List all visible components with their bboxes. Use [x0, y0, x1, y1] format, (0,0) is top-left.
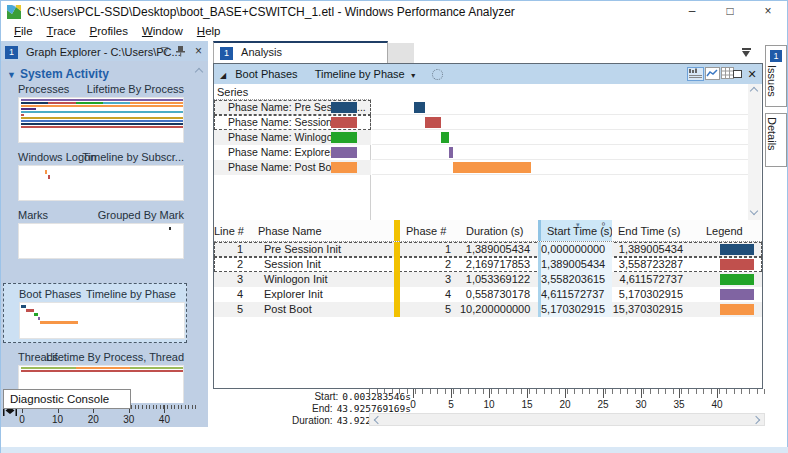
chevron-down-icon: ▼	[410, 72, 417, 79]
menu-help[interactable]: Help	[190, 23, 228, 39]
cell-end-time: 3,558723287	[612, 257, 692, 272]
horizontal-scrollbar[interactable]	[369, 413, 765, 426]
restore-view-icon[interactable]	[733, 70, 742, 78]
col-header-start-time[interactable]: Start Time (s)	[538, 220, 612, 241]
axis-major-tick	[717, 389, 718, 398]
table-row[interactable]: 4 Explorer Init 4 0,558730178 4,61157273…	[214, 287, 762, 302]
scroll-right-icon[interactable]	[752, 416, 760, 424]
cell-phase-name: Session Init	[250, 257, 394, 272]
expander-icon: ▼	[7, 70, 16, 80]
menu-file[interactable]: File	[7, 23, 40, 39]
cell-legend	[692, 302, 762, 317]
axis-major-tick	[489, 389, 490, 398]
graph-vertical-scrollbar[interactable]	[748, 84, 761, 220]
marks-thumbnail[interactable]	[18, 223, 184, 259]
graph-explorer-panel: 1 Graph Explorer - C:\Users\PC... ▽ × ▼S…	[1, 41, 208, 426]
axis-tick-label: 10	[52, 414, 63, 425]
phase-bar-explorer-init[interactable]	[449, 147, 453, 158]
cell-duration: 1,053369122	[460, 272, 538, 287]
axis-tick-label: 40	[159, 414, 170, 425]
table-row[interactable]: 5 Post Boot 5 10,200000000 5,170302915 1…	[214, 302, 762, 317]
collapse-view-icon[interactable]: ◢	[220, 71, 226, 80]
graph-explorer-badge: 1	[5, 46, 18, 59]
series-row[interactable]: Phase Name: Post Boot	[214, 160, 371, 175]
axis-tick-label: 0	[410, 399, 416, 410]
tab-overflow-icon[interactable]	[741, 48, 753, 60]
tab-details[interactable]: Details	[765, 113, 787, 167]
menu-profiles[interactable]: Profiles	[83, 23, 135, 39]
menu-bar: FileTraceProfilesWindowHelp	[1, 23, 787, 41]
close-view-icon[interactable]: ✕	[746, 66, 758, 82]
col-header-phase-number[interactable]: Phase #	[400, 220, 460, 241]
section-processes-subtitle: Lifetime By Process	[87, 83, 184, 95]
scroll-left-icon[interactable]	[374, 416, 382, 424]
section-boot-phases[interactable]: Boot Phases Timeline by Phase	[3, 283, 187, 343]
view-header[interactable]: ◢ Boot Phases Timeline by Phase▼ ✕	[214, 64, 762, 84]
cell-phase-number: 2	[400, 257, 460, 272]
issues-tab-badge: 1	[770, 50, 782, 62]
close-button[interactable]: ×	[749, 1, 787, 23]
cell-legend	[692, 242, 762, 257]
panel-menu-icon[interactable]: ▽	[157, 44, 172, 58]
section-marks-label[interactable]: Marks	[18, 209, 48, 221]
menu-trace[interactable]: Trace	[40, 23, 83, 39]
cell-start-time: 5,170302915	[538, 302, 612, 317]
gantt-chart-area[interactable]	[372, 84, 748, 220]
cell-legend	[692, 272, 762, 287]
series-row[interactable]: Phase Name: Explorer Init	[214, 145, 371, 160]
series-row[interactable]: Phase Name: Winlogon Init	[214, 130, 371, 145]
tab-analysis[interactable]: 1 Analysis	[213, 41, 388, 63]
group-system-activity[interactable]: ▼System Activity	[7, 67, 109, 81]
view-preset-dropdown[interactable]: Timeline by Phase▼	[315, 68, 417, 80]
main-time-axis: 0510152025303540	[369, 389, 767, 427]
cell-phase-number: 5	[400, 302, 460, 317]
legend-swatch	[720, 244, 754, 255]
processes-thumbnail[interactable]	[18, 97, 184, 143]
axis-major-tick	[641, 389, 642, 398]
graph-explorer-header[interactable]: 1 Graph Explorer - C:\Users\PC... ▽ ×	[1, 41, 208, 61]
col-header-legend[interactable]: Legend	[692, 220, 762, 241]
menu-window[interactable]: Window	[135, 23, 190, 39]
axis-major-tick	[565, 389, 566, 398]
phase-bar-pre-session-init[interactable]	[414, 102, 425, 113]
phase-bar-post-boot[interactable]	[453, 162, 531, 173]
col-header-duration[interactable]: Duration (s)	[460, 220, 538, 241]
close-panel-icon[interactable]: ×	[191, 44, 206, 58]
app-icon	[7, 5, 21, 19]
display-graph-only-icon[interactable]	[705, 67, 722, 81]
gridline	[372, 144, 748, 145]
table-row[interactable]: 3 Winlogon Init 3 1,053369122 3,55820361…	[214, 272, 762, 287]
phase-bar-session-init[interactable]	[425, 117, 442, 128]
phase-bar-winlogon-init[interactable]	[441, 132, 449, 143]
windows-logon-thumbnail[interactable]	[18, 165, 184, 201]
maximize-button[interactable]: □	[711, 1, 749, 23]
section-windows-logon-subtitle: Timeline by Subscr...	[82, 151, 184, 163]
axis-tick-label: 20	[88, 414, 99, 425]
scroll-up-icon[interactable]	[195, 68, 203, 76]
table-header-row[interactable]: Line # Phase Name Phase # Duration (s) S…	[214, 220, 762, 242]
gridline	[372, 129, 748, 130]
axis-major-tick	[413, 389, 414, 398]
col-header-line-number[interactable]: Line #	[214, 220, 250, 241]
col-header-end-time[interactable]: End Time (s)	[612, 220, 692, 241]
series-row[interactable]: Phase Name: Session Init	[214, 115, 371, 130]
pin-icon[interactable]	[173, 44, 188, 58]
title-bar[interactable]: C:\Users\PCL-SSD\Desktop\boot_BASE+CSWIT…	[1, 1, 787, 23]
cell-duration: 1,389005434	[460, 242, 538, 257]
scroll-up-icon[interactable]	[750, 87, 758, 95]
scroll-down-icon[interactable]	[750, 207, 758, 215]
tab-issues[interactable]: 1 Issues	[765, 45, 787, 107]
gridline	[372, 114, 748, 115]
table-row[interactable]: 2 Session Init 2 2,169717853 1,389005434…	[214, 257, 762, 272]
col-header-phase-name[interactable]: Phase Name	[250, 220, 394, 241]
timeline-graph: Series Phase Name: Pre Session I... Phas…	[214, 84, 762, 220]
view-editor-gear-icon[interactable]	[432, 69, 443, 80]
display-graph-and-table-icon[interactable]	[687, 67, 704, 81]
series-color-swatch	[331, 117, 357, 128]
minimize-button[interactable]: –	[673, 1, 711, 23]
series-row[interactable]: Phase Name: Pre Session I...	[214, 100, 371, 115]
diagnostic-console-tab[interactable]: Diagnostic Console	[3, 389, 131, 409]
gridline	[372, 174, 748, 175]
section-processes-label[interactable]: Processes	[18, 83, 69, 95]
table-row[interactable]: 1 Pre Session Init 1 1,389005434 0,00000…	[214, 242, 762, 257]
